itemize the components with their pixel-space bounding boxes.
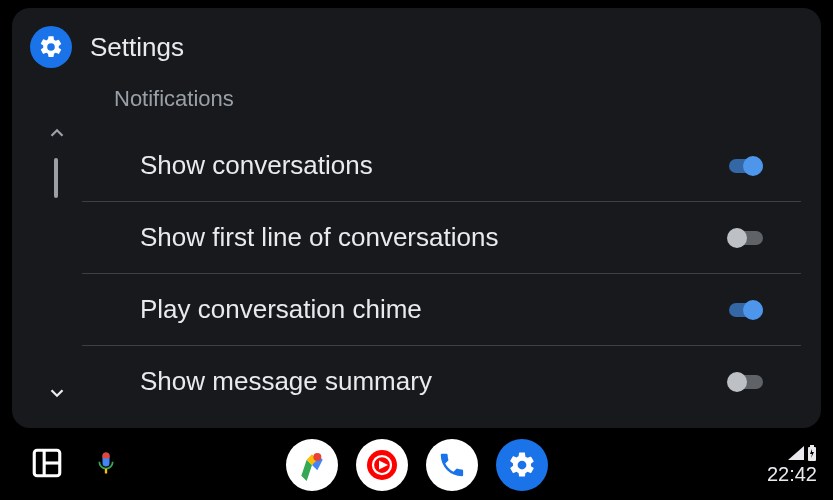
page-title: Settings <box>90 32 184 63</box>
toggle-switch[interactable] <box>725 228 765 248</box>
setting-row-play-chime[interactable]: Play conversation chime <box>82 274 801 346</box>
svg-rect-8 <box>810 445 814 447</box>
settings-panel: Settings Notifications Show conversation… <box>12 8 821 428</box>
signal-icon <box>787 445 805 461</box>
toggle-switch[interactable] <box>725 300 765 320</box>
phone-app-icon[interactable] <box>426 439 478 491</box>
setting-label: Show conversations <box>140 150 373 181</box>
setting-label: Show message summary <box>140 366 432 397</box>
setting-row-show-first-line[interactable]: Show first line of conversations <box>82 202 801 274</box>
status-icons <box>787 445 817 461</box>
scroll-down-button[interactable] <box>42 378 72 408</box>
microphone-icon[interactable] <box>92 449 120 481</box>
toggle-switch[interactable] <box>725 372 765 392</box>
nav-bar: 22:42 <box>0 430 833 500</box>
setting-label: Show first line of conversations <box>140 222 498 253</box>
clock: 22:42 <box>767 463 817 486</box>
battery-icon <box>807 445 817 461</box>
setting-row-message-summary[interactable]: Show message summary <box>82 346 801 417</box>
settings-app-icon[interactable] <box>496 439 548 491</box>
maps-app-icon[interactable] <box>286 439 338 491</box>
svg-point-4 <box>313 453 321 461</box>
settings-list: Notifications Show conversations Show fi… <box>82 78 801 417</box>
svg-rect-3 <box>105 469 107 474</box>
section-title: Notifications <box>82 78 801 130</box>
gear-icon <box>30 26 72 68</box>
setting-label: Play conversation chime <box>140 294 422 325</box>
dashboard-icon[interactable] <box>30 446 64 484</box>
settings-header: Settings <box>12 8 821 78</box>
scroll-indicator <box>54 158 58 198</box>
setting-row-show-conversations[interactable]: Show conversations <box>82 130 801 202</box>
toggle-switch[interactable] <box>725 156 765 176</box>
scroll-up-button[interactable] <box>42 118 72 148</box>
youtube-music-app-icon[interactable] <box>356 439 408 491</box>
